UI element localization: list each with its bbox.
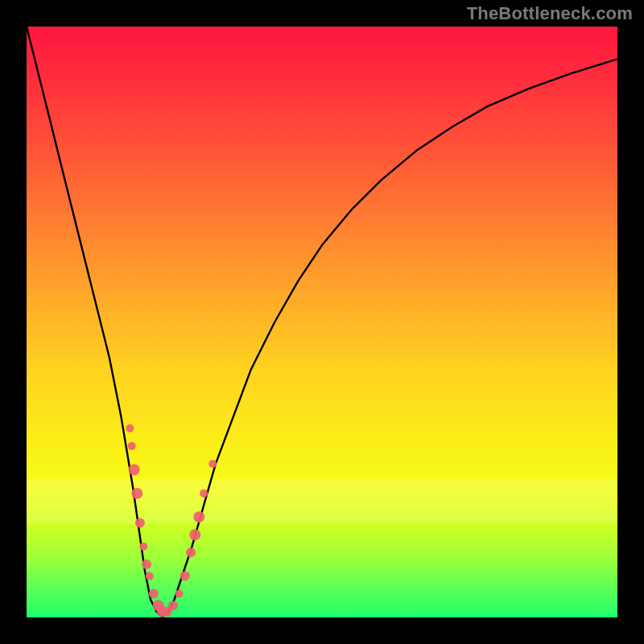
plot-gradient-area xyxy=(27,27,617,617)
chart-frame: TheBottleneck.com xyxy=(0,0,644,644)
watermark-text: TheBottleneck.com xyxy=(467,3,633,24)
highlight-band xyxy=(27,479,617,523)
